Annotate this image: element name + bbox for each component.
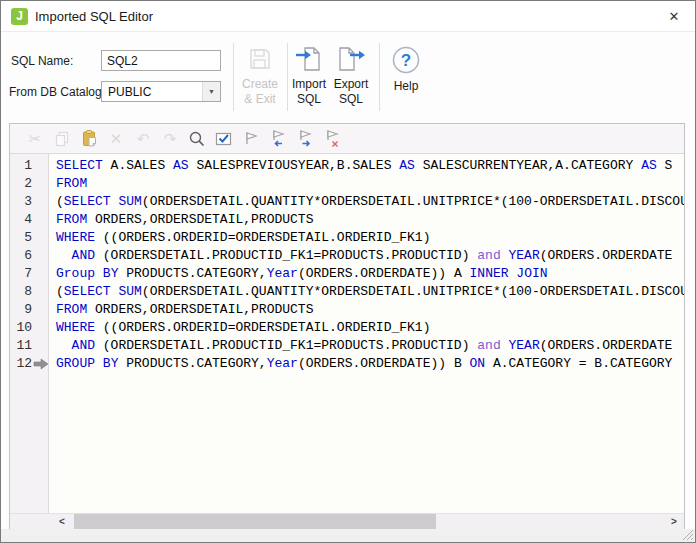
scroll-left-icon[interactable]: < (52, 514, 72, 529)
line-number: 8 (10, 283, 48, 301)
code-line: AND (ORDERSDETAIL.PRODUCTID_FK1=PRODUCTS… (56, 337, 684, 355)
export-sql-label-line2: SQL (339, 92, 363, 106)
delete-icon[interactable]: ✕ (105, 128, 127, 150)
create-exit-button[interactable]: Create & Exit (235, 45, 285, 107)
chevron-down-icon[interactable]: ▼ (202, 82, 220, 101)
undo-icon[interactable]: ↶ (132, 128, 154, 150)
scrollbar-thumb[interactable] (74, 514, 436, 529)
title-bar: J Imported SQL Editor ✕ (1, 1, 695, 32)
status-strip (1, 529, 695, 542)
code-line: FROM (56, 175, 684, 193)
export-sql-label-line1: Export (334, 77, 369, 91)
help-button[interactable]: ? Help (382, 45, 430, 94)
app-logo-icon: J (11, 8, 28, 25)
horizontal-scrollbar[interactable]: < > (10, 513, 684, 529)
help-label: Help (394, 79, 419, 93)
code-line: (SELECT SUM(ORDERSDETAIL.QUANTITY*ORDERS… (56, 283, 684, 301)
line-number: 2 (10, 175, 48, 193)
db-catalog-label: From DB Catalog: (9, 85, 105, 99)
search-icon[interactable] (186, 128, 208, 150)
resize-grip-icon[interactable] (681, 528, 694, 541)
scroll-right-icon[interactable]: > (664, 514, 684, 529)
export-sql-icon (336, 45, 366, 73)
code-lines: SELECT A.SALES AS SALESPREVIOUSYEAR,B.SA… (50, 154, 684, 513)
paste-icon[interactable] (78, 128, 100, 150)
export-sql-button[interactable]: Export SQL (330, 45, 372, 107)
line-number: 7 (10, 265, 48, 283)
import-sql-button[interactable]: Import SQL (288, 45, 330, 107)
code-line: WHERE ((ORDERS.ORDERID=ORDERSDETAIL.ORDE… (56, 319, 684, 337)
code-line: FROM ORDERS,ORDERSDETAIL,PRODUCTS (56, 301, 684, 319)
scrollbar-corner (10, 514, 52, 529)
code-line: SELECT A.SALES AS SALESPREVIOUSYEAR,B.SA… (56, 157, 684, 175)
code-line: FROM ORDERS,ORDERSDETAIL,PRODUCTS (56, 211, 684, 229)
window-title: Imported SQL Editor (35, 9, 153, 24)
line-number: 9 (10, 301, 48, 319)
gutter: 123456789101112 (10, 154, 49, 513)
line-number: 5 (10, 229, 48, 247)
previous-bookmark-icon[interactable] (267, 128, 289, 150)
line-number: 11 (10, 337, 48, 355)
create-exit-label-line1: Create (242, 77, 278, 91)
import-sql-label-line2: SQL (297, 92, 321, 106)
svg-text:?: ? (401, 51, 411, 70)
import-sql-icon (294, 45, 324, 73)
code-line: WHERE ((ORDERS.ORDERID=ORDERSDETAIL.ORDE… (56, 229, 684, 247)
line-number: 1 (10, 157, 48, 175)
code-line: GROUP BY PRODUCTS.CATEGORY,Year(ORDERS.O… (56, 355, 684, 373)
sql-name-input[interactable] (101, 50, 221, 71)
line-number: 3 (10, 193, 48, 211)
redo-icon[interactable]: ↷ (159, 128, 181, 150)
db-catalog-dropdown[interactable]: PUBLIC ▼ (101, 81, 221, 102)
line-number: 12 (10, 355, 48, 373)
code-line: (SELECT SUM(ORDERSDETAIL.QUANTITY*ORDERS… (56, 193, 684, 211)
help-icon: ? (391, 45, 421, 75)
code-editor-area[interactable]: 123456789101112 SELECT A.SALES AS SALESP… (10, 154, 684, 513)
clear-bookmarks-icon[interactable] (321, 128, 343, 150)
sql-name-label: SQL Name: (11, 54, 73, 68)
code-line: Group BY PRODUCTS.CATEGORY,Year(ORDERS.O… (56, 265, 684, 283)
line-number: 4 (10, 211, 48, 229)
next-bookmark-icon[interactable] (294, 128, 316, 150)
current-line-arrow-icon (33, 358, 49, 370)
create-exit-label-line2: & Exit (244, 92, 275, 106)
copy-icon[interactable] (51, 128, 73, 150)
db-catalog-value: PUBLIC (108, 85, 151, 99)
code-line: AND (ORDERSDETAIL.PRODUCTID_FK1=PRODUCTS… (56, 247, 684, 265)
close-icon[interactable]: ✕ (663, 7, 685, 27)
toolbar-separator (379, 43, 380, 111)
editor-toolbar: ✂ ✕ ↶ ↷ (10, 124, 684, 154)
import-sql-label-line1: Import (292, 77, 326, 91)
cut-icon[interactable]: ✂ (24, 128, 46, 150)
save-icon (246, 45, 274, 73)
imported-sql-editor-dialog: J Imported SQL Editor ✕ SQL Name: From D… (0, 0, 696, 543)
line-number: 10 (10, 319, 48, 337)
toolbar-separator (233, 43, 234, 111)
check-sql-icon[interactable] (213, 128, 235, 150)
sql-editor-panel: ✂ ✕ ↶ ↷ (9, 123, 685, 530)
bookmark-icon[interactable] (240, 128, 262, 150)
line-number: 6 (10, 247, 48, 265)
